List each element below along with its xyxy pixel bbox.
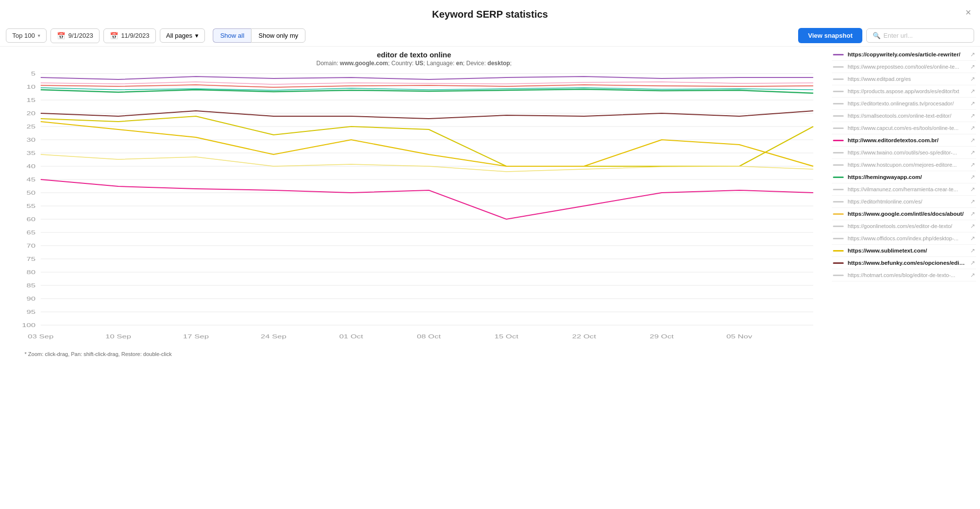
chart-container: editor de texto online Domain: www.googl… (0, 47, 828, 357)
svg-text:45: 45 (26, 177, 36, 183)
external-link-icon[interactable]: ↗ (970, 161, 975, 168)
legend-url[interactable]: https://www.prepostseo.com/tool/es/onlin… (848, 64, 966, 70)
external-link-icon[interactable]: ↗ (970, 259, 975, 266)
legend-item: https://www.twaino.com/outils/seo-sp/edi… (832, 147, 976, 159)
legend-url[interactable]: https://hemingwayapp.com/ (848, 174, 966, 180)
svg-text:80: 80 (26, 269, 36, 276)
external-link-icon[interactable]: ↗ (970, 198, 975, 205)
external-link-icon[interactable]: ↗ (970, 63, 975, 70)
legend-color-line (833, 54, 844, 55)
external-link-icon[interactable]: ↗ (970, 51, 975, 58)
legend-url[interactable]: https://vilmanunez.com/herramienta-crear… (848, 186, 966, 192)
svg-text:55: 55 (26, 203, 36, 209)
svg-text:10 Sep: 10 Sep (105, 333, 131, 340)
svg-text:100: 100 (22, 322, 36, 329)
page-header: Keyword SERP statistics × (0, 0, 980, 25)
serp-chart[interactable]: 5 10 15 20 25 30 35 40 45 (0, 69, 828, 348)
legend-color-line (833, 250, 844, 252)
x-axis: 03 Sep 10 Sep 17 Sep 24 Sep 01 Oct 08 Oc… (28, 333, 753, 340)
legend-color-line (833, 238, 844, 239)
url-search-input[interactable] (883, 32, 962, 39)
external-link-icon[interactable]: ↗ (970, 272, 975, 279)
meta-device: desktop (487, 60, 510, 67)
external-link-icon[interactable]: ↗ (970, 88, 975, 95)
end-date-picker[interactable]: 📅 11/9/2023 (103, 28, 156, 43)
chart-wrapper[interactable]: 5 10 15 20 25 30 35 40 45 (0, 69, 828, 348)
external-link-icon[interactable]: ↗ (970, 235, 975, 242)
calendar-icon: 📅 (110, 32, 118, 40)
pages-label: All pages (166, 32, 192, 39)
legend-item: https://products.aspose.app/words/es/edi… (832, 85, 976, 98)
show-all-button[interactable]: Show all (213, 28, 251, 43)
svg-text:10: 10 (26, 84, 36, 90)
svg-text:25: 25 (26, 124, 36, 130)
all-pages-dropdown[interactable]: All pages ▾ (160, 28, 205, 43)
legend-url[interactable]: https://www.twaino.com/outils/seo-sp/edi… (848, 150, 966, 155)
legend-url[interactable]: https://editortexto.onlinegratis.tv/proc… (848, 101, 966, 106)
start-date-picker[interactable]: 📅 9/1/2023 (50, 28, 100, 43)
calendar-icon: 📅 (57, 32, 65, 40)
line-sublimetext (41, 122, 813, 166)
close-button[interactable]: × (965, 7, 971, 18)
legend-url[interactable]: https://hotmart.com/es/blog/editor-de-te… (848, 272, 966, 278)
legend-item: http://www.editordetextos.com.br/↗ (832, 134, 976, 147)
legend-url[interactable]: https://www.befunky.com/es/opciones/edit… (848, 260, 966, 266)
keyword-title: editor de texto online (0, 51, 828, 59)
chart-title-block: editor de texto online Domain: www.googl… (0, 51, 828, 67)
legend-color-line (833, 115, 844, 117)
top-100-dropdown[interactable]: Top 100 ▾ (6, 28, 47, 43)
legend-url[interactable]: https://www.editpad.org/es (848, 76, 966, 82)
legend-url[interactable]: https://smallseotools.com/online-text-ed… (848, 113, 966, 119)
external-link-icon[interactable]: ↗ (970, 137, 975, 144)
legend-url[interactable]: https://editorhtmlonline.com/es/ (848, 199, 966, 204)
svg-text:75: 75 (26, 256, 36, 262)
external-link-icon[interactable]: ↗ (970, 76, 975, 82)
legend-url[interactable]: https://products.aspose.app/words/es/edi… (848, 88, 966, 94)
external-link-icon[interactable]: ↗ (970, 112, 975, 119)
svg-text:50: 50 (26, 190, 36, 196)
external-link-icon[interactable]: ↗ (970, 223, 975, 229)
show-only-my-button[interactable]: Show only my (251, 28, 305, 43)
external-link-icon[interactable]: ↗ (970, 210, 975, 217)
svg-text:15 Oct: 15 Oct (495, 333, 519, 340)
legend-item: https://editorhtmlonline.com/es/↗ (832, 196, 976, 208)
chevron-down-icon: ▾ (38, 33, 40, 38)
legend-url[interactable]: https://www.google.com/intl/es/docs/abou… (848, 211, 966, 217)
svg-text:17 Sep: 17 Sep (183, 333, 209, 340)
line-editordetextos (41, 179, 813, 219)
legend-url[interactable]: https://www.hostcupon.com/mejores-editor… (848, 162, 966, 168)
legend-color-line (833, 262, 844, 264)
external-link-icon[interactable]: ↗ (970, 174, 975, 180)
legend-url[interactable]: https://www.capcut.com/es-es/tools/onlin… (848, 125, 966, 131)
svg-text:03 Sep: 03 Sep (28, 333, 54, 340)
legend-item: https://www.capcut.com/es-es/tools/onlin… (832, 122, 976, 134)
svg-text:60: 60 (26, 216, 36, 223)
legend-url[interactable]: https://copywritely.com/es/article-rewri… (848, 51, 966, 57)
legend-url[interactable]: http://www.editordetextos.com.br/ (848, 137, 966, 143)
end-date-label: 11/9/2023 (121, 32, 150, 39)
line-googledocs (41, 116, 813, 166)
external-link-icon[interactable]: ↗ (970, 125, 975, 131)
external-link-icon[interactable]: ↗ (970, 149, 975, 156)
svg-text:30: 30 (26, 137, 36, 143)
url-search-container: 🔍 (866, 28, 974, 43)
svg-text:15: 15 (26, 97, 36, 103)
legend-color-line (833, 189, 844, 190)
page-title: Keyword SERP statistics (432, 9, 548, 20)
legend-item: https://www.hostcupon.com/mejores-editor… (832, 159, 976, 171)
svg-text:40: 40 (26, 163, 36, 170)
external-link-icon[interactable]: ↗ (970, 186, 975, 193)
legend-url[interactable]: https://www.sublimetext.com/ (848, 248, 966, 254)
svg-text:5: 5 (31, 71, 35, 77)
view-snapshot-button[interactable]: View snapshot (798, 28, 862, 43)
external-link-icon[interactable]: ↗ (970, 100, 975, 107)
legend-color-line (833, 275, 844, 276)
legend-url[interactable]: https://www.offidocs.com/index.php/deskt… (848, 235, 966, 241)
svg-text:29 Oct: 29 Oct (650, 333, 674, 340)
legend-color-line (833, 91, 844, 92)
legend-url[interactable]: https://goonlinetools.com/es/editor-de-t… (848, 223, 966, 229)
external-link-icon[interactable]: ↗ (970, 247, 975, 254)
svg-text:22 Oct: 22 Oct (572, 333, 596, 340)
legend-color-line (833, 66, 844, 68)
legend-color-line (833, 103, 844, 104)
